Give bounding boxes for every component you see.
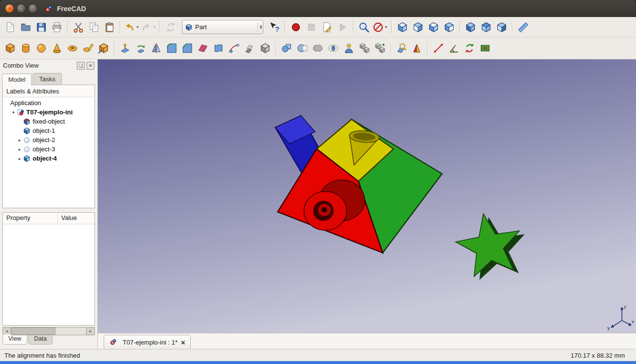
workbench-selector[interactable]: Part▴▾	[182, 20, 263, 34]
new-document-button[interactable]	[2, 20, 18, 35]
compound-button[interactable]	[357, 41, 372, 55]
cone-button[interactable]	[49, 41, 65, 55]
new-document-icon	[4, 21, 16, 33]
mirror-button[interactable]	[148, 41, 164, 55]
value-column-header[interactable]: Value	[58, 213, 94, 224]
copy-button[interactable]	[86, 20, 102, 35]
part-toolbar	[0, 37, 636, 59]
float-panel-icon[interactable]: ❏	[77, 62, 85, 70]
toolbar-separator	[160, 21, 161, 34]
save-document-button[interactable]	[34, 20, 49, 35]
view-rear-button[interactable]	[463, 20, 478, 35]
whats-this-button[interactable]: ?	[267, 20, 282, 35]
tree-item-fixed-object[interactable]: fixed-object	[3, 117, 94, 126]
create-primitives-button[interactable]	[80, 41, 96, 55]
paste-button[interactable]	[102, 20, 117, 35]
redo-button: ▾	[140, 20, 157, 35]
status-bar: The alignment has finished 170.17 x 88.3…	[0, 349, 636, 361]
horizontal-scrollbar[interactable]: ◂ ▸	[2, 327, 95, 334]
measure-distance-button[interactable]	[515, 20, 531, 35]
cut-button[interactable]	[294, 41, 310, 55]
measure-toggle-3d-button[interactable]	[477, 41, 493, 55]
tree-item-object-3[interactable]: ▸object-3	[3, 145, 94, 154]
close-button[interactable]: ×	[5, 4, 14, 13]
compound-tools-button[interactable]	[372, 41, 388, 55]
scrollbar-track[interactable]	[11, 327, 86, 335]
draw-style-dropdown-arrow[interactable]: ▾	[384, 25, 388, 29]
print-button[interactable]	[49, 20, 65, 35]
tab-tasks[interactable]: Tasks	[33, 73, 61, 85]
maximize-button[interactable]: □	[28, 4, 37, 13]
box-button[interactable]	[2, 41, 18, 55]
draw-style-button[interactable]: ▾	[372, 20, 389, 35]
check-geometry-button[interactable]	[394, 41, 409, 55]
sweep-button[interactable]	[226, 41, 242, 55]
combo-view-header[interactable]: Combo View ❏ ✕	[0, 59, 97, 72]
property-column-header[interactable]: Property	[3, 213, 58, 224]
cut-icon	[296, 42, 308, 54]
thickness-button[interactable]	[257, 41, 273, 55]
toolbar-separator	[391, 21, 392, 34]
3d-scene[interactable]: z y x	[98, 59, 636, 333]
measure-linear-button[interactable]	[431, 41, 446, 55]
tab-model[interactable]: Model	[2, 73, 32, 85]
boolean-button[interactable]	[279, 41, 294, 55]
panel-splitter[interactable]	[0, 208, 97, 212]
title-bar[interactable]: × − □ FreeCAD	[0, 0, 636, 17]
sphere-button[interactable]	[34, 41, 49, 55]
3d-viewport[interactable]: z y x	[98, 59, 636, 333]
tab-view[interactable]: View	[2, 334, 27, 345]
macro-record-button[interactable]	[288, 20, 304, 35]
tree-item-object-1[interactable]: object-1	[3, 126, 94, 135]
extrude-button[interactable]	[117, 41, 133, 55]
macro-edit-button[interactable]	[319, 20, 335, 35]
fillet-button[interactable]	[164, 41, 180, 55]
undo-button[interactable]: ▾	[123, 20, 140, 35]
view-bottom-button[interactable]	[478, 20, 494, 35]
view-top-button[interactable]	[426, 20, 441, 35]
sphere-object-icon	[23, 136, 31, 144]
intersection-button[interactable]	[326, 41, 341, 55]
tree-column-header[interactable]: Labels & Attributes	[3, 85, 94, 97]
tree-item-object-4[interactable]: ▸object-4	[3, 154, 94, 163]
view-axonometric-button[interactable]	[395, 20, 410, 35]
expander-icon[interactable]: ▸	[17, 147, 23, 152]
make-face-button[interactable]	[195, 41, 211, 55]
defeaturing-button[interactable]	[409, 41, 425, 55]
tree-item-t07-ejemplo-ini[interactable]: ▾T07-ejemplo-ini	[3, 108, 94, 117]
workbench-spinner-icon[interactable]: ▴▾	[257, 22, 262, 32]
expander-icon[interactable]: ▾	[10, 110, 17, 115]
undo-dropdown-arrow[interactable]: ▾	[135, 25, 140, 29]
tree-item-application[interactable]: Application	[3, 98, 94, 108]
freecad-document-icon	[17, 109, 24, 116]
union-button[interactable]	[310, 41, 326, 55]
expander-icon[interactable]: ▸	[17, 156, 23, 161]
join-connect-button[interactable]	[341, 41, 357, 55]
loft-button[interactable]	[211, 41, 226, 55]
measure-angular-button[interactable]	[446, 41, 462, 55]
expander-icon[interactable]: ▸	[17, 138, 23, 143]
view-left-button[interactable]	[494, 20, 509, 35]
open-document-button[interactable]	[18, 20, 34, 35]
scrollbar-thumb[interactable]	[11, 328, 55, 335]
view-right-button[interactable]	[441, 20, 457, 35]
close-document-icon[interactable]: ×	[181, 339, 185, 346]
redo-dropdown-arrow[interactable]: ▾	[152, 25, 157, 29]
offset-button[interactable]	[242, 41, 257, 55]
torus-button[interactable]	[65, 41, 80, 55]
cylinder-button[interactable]	[18, 41, 34, 55]
document-tab[interactable]: T07-ejemplo-ini : 1* ×	[104, 335, 191, 349]
chamfer-button[interactable]	[180, 41, 195, 55]
tab-data[interactable]: Data	[28, 334, 53, 345]
tree-item-object-2[interactable]: ▸object-2	[3, 135, 94, 145]
fit-all-button[interactable]	[356, 20, 372, 35]
freecad-logo-icon	[44, 4, 53, 13]
minimize-button[interactable]: −	[17, 4, 26, 13]
shape-builder-button[interactable]	[96, 41, 111, 55]
measure-refresh-button[interactable]	[462, 41, 477, 55]
close-panel-icon[interactable]: ✕	[87, 62, 94, 70]
torus-icon	[67, 42, 78, 54]
revolve-button[interactable]	[133, 41, 148, 55]
view-front-button[interactable]	[410, 20, 426, 35]
cut-button[interactable]	[71, 20, 86, 35]
